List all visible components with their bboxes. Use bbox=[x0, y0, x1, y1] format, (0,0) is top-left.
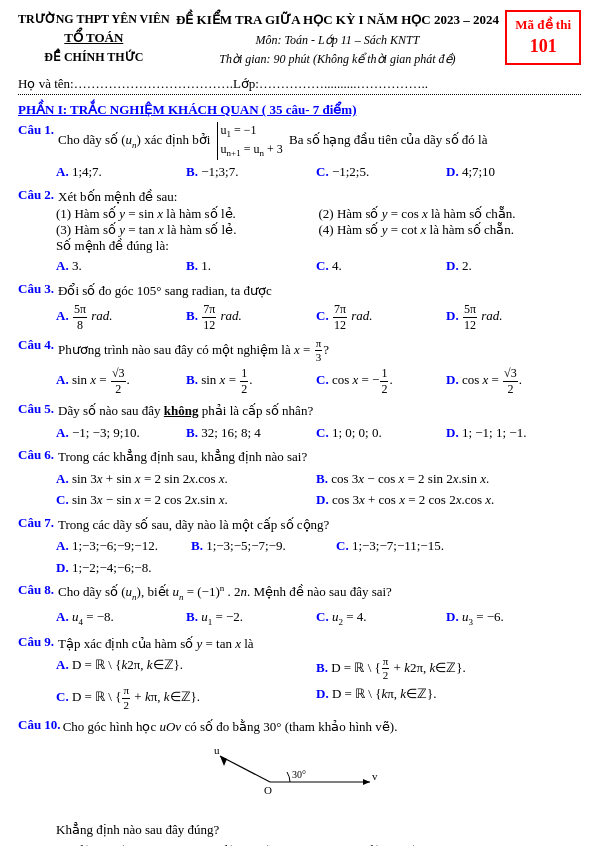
opt-4a: A. sin x = √32. bbox=[56, 366, 186, 396]
q7-options: A. 1;−3;−6;−9;−12. B. 1;−3;−5;−7;−9. C. … bbox=[18, 536, 581, 577]
angle-diagram: O 30° u v bbox=[210, 742, 390, 812]
opt-4c: C. cos x = −12. bbox=[316, 366, 446, 396]
opt-10b: B. sd(Ou;Ov) = 30°. bbox=[201, 840, 346, 846]
header-center: ĐỀ KIỂM TRA GIỮA HỌC KỲ I NĂM HỌC 2023 –… bbox=[176, 10, 500, 69]
q9-num: Câu 9. bbox=[18, 634, 56, 650]
question-9: Câu 9. Tập xác định của hàm số y = tan x… bbox=[18, 634, 581, 712]
q2-text: Xét bốn mệnh đề sau: bbox=[58, 187, 581, 207]
q7-text: Trong các dãy số sau, dãy nào là một cấp… bbox=[58, 515, 581, 535]
opt-5d: D. 1; −1; 1; −1. bbox=[446, 423, 576, 443]
q2-sub1: (1) Hàm số y = sin x là hàm số lẻ. bbox=[56, 206, 319, 222]
q2-sub2: (2) Hàm số y = cos x là hàm số chẵn. bbox=[319, 206, 582, 222]
q2-options: A. 3. B. 1. C. 4. D. 2. bbox=[18, 256, 581, 276]
opt-9d: D. D = ℝ \ {kπ, k∈ℤ}. bbox=[316, 684, 576, 711]
ma-de-box: Mã đề thi 101 bbox=[505, 10, 581, 65]
ma-de-number: 101 bbox=[515, 34, 571, 59]
section1-title: PHẦN I: TRẮC NGHIỆM KHÁCH QUAN ( 35 câu-… bbox=[18, 102, 581, 118]
opt-5c: C. 1; 0; 0; 0. bbox=[316, 423, 446, 443]
q5-text: Dãy số nào sau đây không phải là cấp số … bbox=[58, 401, 581, 421]
header: TRƯỜNG THPT YÊN VIÊN TỔ TOÁN ĐỀ CHÍNH TH… bbox=[18, 10, 581, 69]
dept-name: TỔ TOÁN bbox=[18, 28, 170, 48]
opt-6c: C. sin 3x − sin x = 2 cos 2x.sin x. bbox=[56, 490, 316, 510]
svg-text:v: v bbox=[372, 770, 378, 782]
opt-2c: C. 4. bbox=[316, 256, 446, 276]
opt-2d: D. 2. bbox=[446, 256, 576, 276]
opt-3d: D. 5π12 rad. bbox=[446, 302, 576, 332]
q10-options: A. sd(Ou;Ov) = −60°. B. sd(Ou;Ov) = 30°.… bbox=[18, 840, 581, 846]
question-10: Câu 10. Cho góc hình học uOv có số đo bằ… bbox=[18, 717, 581, 846]
question-6: Câu 6. Trong các khẳng định sau, khẳng đ… bbox=[18, 447, 581, 510]
q9-text: Tập xác định của hàm số y = tan x là bbox=[58, 634, 581, 654]
question-8: Câu 8. Cho dãy số (un), biết un = (−1)n … bbox=[18, 582, 581, 629]
question-3: Câu 3. Đổi số đo góc 105° sang radian, t… bbox=[18, 281, 581, 332]
opt-2a: A. 3. bbox=[56, 256, 186, 276]
svg-marker-2 bbox=[363, 779, 370, 785]
opt-6d: D. cos 3x + cos x = 2 cos 2x.cos x. bbox=[316, 490, 576, 510]
question-7: Câu 7. Trong các dãy số sau, dãy nào là … bbox=[18, 515, 581, 578]
svg-text:u: u bbox=[214, 744, 220, 756]
opt-10a: A. sd(Ou;Ov) = −60°. bbox=[56, 840, 201, 846]
subject-line: Môn: Toán - Lớp 11 – Sách KNTT bbox=[176, 31, 500, 50]
svg-line-1 bbox=[220, 756, 270, 782]
q6-text: Trong các khẳng định sau, khẳng định nào… bbox=[58, 447, 581, 467]
opt-8c: C. u2 = 4. bbox=[316, 607, 446, 629]
svg-text:O: O bbox=[264, 784, 272, 796]
student-info-line: Họ và tên:……………………………….Lớp:……………........… bbox=[18, 76, 581, 95]
q1-options: A. 1;4;7. B. −1;3;7. C. −1;2;5. D. 4;7;1… bbox=[18, 162, 581, 182]
q8-num: Câu 8. bbox=[18, 582, 56, 598]
q3-text: Đổi số đo góc 105° sang radian, ta được bbox=[58, 281, 581, 301]
opt-1c: C. −1;2;5. bbox=[316, 162, 446, 182]
q2-num: Câu 2. bbox=[18, 187, 56, 203]
q8-text: Cho dãy số (un), biết un = (−1)n . 2n. M… bbox=[58, 582, 581, 604]
question-1: Câu 1. Cho dãy số (un) xác định bởi u1 =… bbox=[18, 122, 581, 181]
q7-num: Câu 7. bbox=[18, 515, 56, 531]
q4-num: Câu 4. bbox=[18, 337, 56, 353]
q5-num: Câu 5. bbox=[18, 401, 56, 417]
opt-7b: B. 1;−3;−5;−7;−9. bbox=[191, 536, 336, 556]
q10-note: Khẳng định nào sau đây đúng? bbox=[18, 822, 581, 838]
q8-options: A. u4 = −8. B. u1 = −2. C. u2 = 4. D. u3… bbox=[18, 607, 581, 629]
opt-5b: B. 32; 16; 8; 4 bbox=[186, 423, 316, 443]
q5-options: A. −1; −3; 9;10. B. 32; 16; 8; 4 C. 1; 0… bbox=[18, 423, 581, 443]
q1-text: Cho dãy số (un) xác định bởi u1 = −1 un+… bbox=[58, 122, 581, 160]
q2-subitems: (1) Hàm số y = sin x là hàm số lẻ. (2) H… bbox=[18, 206, 581, 238]
opt-3a: A. 5π8 rad. bbox=[56, 302, 186, 332]
opt-1b: B. −1;3;7. bbox=[186, 162, 316, 182]
q4-text: Phương trình nào sau đây có một nghiệm l… bbox=[58, 337, 581, 364]
opt-3b: B. 7π12 rad. bbox=[186, 302, 316, 332]
q6-options: A. sin 3x + sin x = 2 sin 2x.cos x. B. c… bbox=[18, 469, 581, 510]
school-name: TRƯỜNG THPT YÊN VIÊN bbox=[18, 10, 170, 28]
opt-10c: C. sd(Ou;Ov) = −30°. bbox=[346, 840, 491, 846]
svg-marker-3 bbox=[220, 756, 227, 766]
q2-sub4: (4) Hàm số y = cot x là hàm số chẵn. bbox=[319, 222, 582, 238]
opt-8b: B. u1 = −2. bbox=[186, 607, 316, 629]
q2-sub3: (3) Hàm số y = tan x là hàm số lẻ. bbox=[56, 222, 319, 238]
question-2: Câu 2. Xét bốn mệnh đề sau: (1) Hàm số y… bbox=[18, 187, 581, 276]
opt-1d: D. 4;7;10 bbox=[446, 162, 576, 182]
opt-1a: A. 1;4;7. bbox=[56, 162, 186, 182]
opt-5a: A. −1; −3; 9;10. bbox=[56, 423, 186, 443]
q9-options: A. D = ℝ \ {k2π, k∈ℤ}. B. D = ℝ \ {π2 + … bbox=[18, 655, 581, 712]
opt-8a: A. u4 = −8. bbox=[56, 607, 186, 629]
question-4: Câu 4. Phương trình nào sau đây có một n… bbox=[18, 337, 581, 396]
opt-9c: C. D = ℝ \ {π2 + kπ, k∈ℤ}. bbox=[56, 684, 316, 711]
q6-num: Câu 6. bbox=[18, 447, 56, 463]
opt-8d: D. u3 = −6. bbox=[446, 607, 576, 629]
opt-2b: B. 1. bbox=[186, 256, 316, 276]
time-line: Thời gian: 90 phút (Không kể thời gian p… bbox=[176, 50, 500, 69]
q2-note: Số mệnh đề đúng là: bbox=[18, 238, 581, 254]
ma-de-label: Mã đề thi bbox=[515, 16, 571, 34]
header-left: TRƯỜNG THPT YÊN VIÊN TỔ TOÁN ĐỀ CHÍNH TH… bbox=[18, 10, 170, 66]
opt-4d: D. cos x = √32. bbox=[446, 366, 576, 396]
exam-title: ĐỀ KIỂM TRA GIỮA HỌC KỲ I NĂM HỌC 2023 –… bbox=[176, 10, 500, 31]
opt-7a: A. 1;−3;−6;−9;−12. bbox=[56, 536, 191, 556]
q4-options: A. sin x = √32. B. sin x = 12. C. cos x … bbox=[18, 366, 581, 396]
opt-3c: C. 7π12 rad. bbox=[316, 302, 446, 332]
svg-text:30°: 30° bbox=[292, 769, 306, 780]
opt-9a: A. D = ℝ \ {k2π, k∈ℤ}. bbox=[56, 655, 316, 682]
opt-7d: D. 1;−2;−4;−6;−8. bbox=[56, 558, 171, 578]
q1-num: Câu 1. bbox=[18, 122, 56, 138]
opt-4b: B. sin x = 12. bbox=[186, 366, 316, 396]
opt-9b: B. D = ℝ \ {π2 + k2π, k∈ℤ}. bbox=[316, 655, 576, 682]
official-label: ĐỀ CHÍNH THỨC bbox=[18, 48, 170, 66]
